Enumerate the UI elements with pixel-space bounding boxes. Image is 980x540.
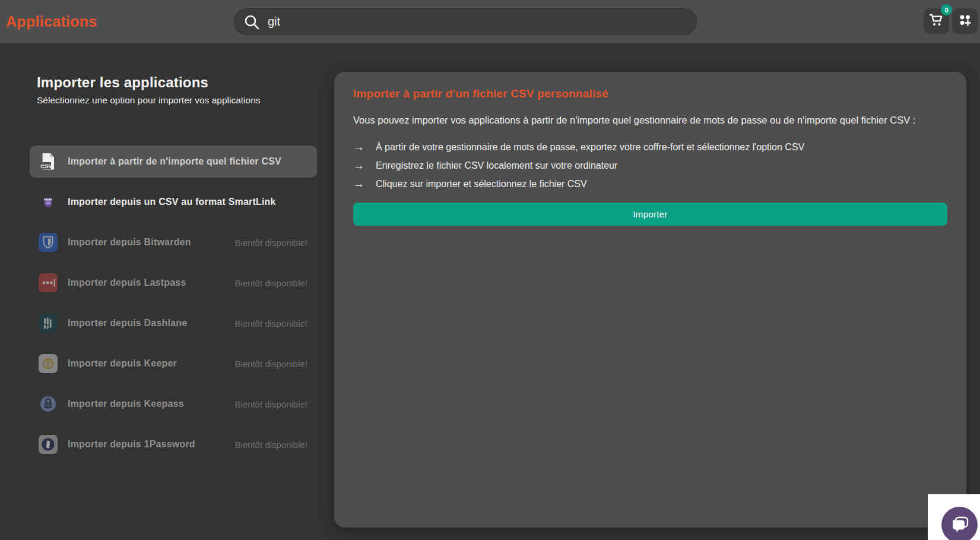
import-section-title: Importer les applications — [37, 74, 208, 91]
import-button[interactable]: Importer — [353, 203, 947, 226]
search-input[interactable] — [268, 15, 687, 29]
import-step-text: À partir de votre gestionnaire de mots d… — [376, 138, 804, 156]
import-option-row: Importer depuis Keeper Bientôt disponibl… — [30, 348, 317, 380]
dashlane-icon — [38, 313, 58, 333]
lastpass-icon — [38, 273, 58, 293]
smartlink-icon — [38, 192, 58, 212]
coming-soon-badge: Bientôt disponible! — [234, 399, 307, 409]
import-steps-list: →À partir de votre gestionnaire de mots … — [353, 138, 947, 193]
import-option-label: Importer depuis Keepass — [68, 399, 184, 409]
onepassword-icon — [38, 434, 58, 454]
import-option-row: Importer depuis Dashlane Bientôt disponi… — [30, 307, 317, 339]
arrow-right-icon: → — [353, 138, 376, 156]
import-option-row: Importer depuis Bitwarden Bientôt dispon… — [30, 226, 317, 258]
import-option-row: Importer depuis Lastpass Bientôt disponi… — [30, 267, 317, 299]
import-option-label: Importer depuis Lastpass — [68, 277, 186, 288]
import-option-label: Importer depuis 1Password — [68, 439, 195, 450]
cart-icon — [928, 12, 944, 30]
import-step: →Enregistrez le fichier CSV localement s… — [353, 156, 947, 175]
csv-file-icon: CSV — [38, 151, 58, 172]
search-icon — [243, 14, 260, 30]
chat-bubbles-icon — [949, 513, 971, 538]
chat-launcher-button[interactable] — [941, 507, 978, 540]
card-description: Vous pouvez importer vos applications à … — [353, 112, 947, 128]
search-bar[interactable] — [234, 8, 697, 35]
import-step-text: Cliquez sur importer et sélectionnez le … — [376, 175, 587, 193]
coming-soon-badge: Bientôt disponible! — [234, 238, 307, 248]
coming-soon-badge: Bientôt disponible! — [234, 318, 307, 329]
import-option-row[interactable]: Importer depuis un CSV au format SmartLi… — [30, 186, 317, 218]
import-applications-page: Applications 0 Importer les applications… — [0, 0, 980, 540]
bitwarden-icon — [38, 232, 58, 252]
import-option-row: Importer depuis Keepass Bientôt disponib… — [30, 388, 317, 420]
import-option-label: Importer depuis Bitwarden — [68, 237, 191, 248]
topbar: Applications 0 — [0, 0, 980, 43]
keepass-icon — [38, 394, 58, 414]
chat-widget-container — [928, 494, 980, 540]
import-section-subtitle: Sélectionnez une option pour importer vo… — [37, 95, 261, 106]
cart-count-badge: 0 — [941, 4, 952, 15]
import-option-label: Importer à partir de n'importe quel fich… — [68, 156, 281, 167]
coming-soon-badge: Bientôt disponible! — [234, 278, 307, 288]
import-step: →À partir de votre gestionnaire de mots … — [353, 138, 947, 156]
cart-button[interactable]: 0 — [924, 8, 949, 34]
import-step: →Cliquez sur importer et sélectionnez le… — [353, 175, 947, 193]
keeper-icon — [38, 353, 58, 374]
import-options-list: CSV Importer à partir de n'importe quel … — [30, 146, 317, 469]
coming-soon-badge: Bientôt disponible! — [234, 359, 307, 369]
apps-grid-add-icon — [957, 12, 973, 30]
import-option-row: Importer depuis 1Password Bientôt dispon… — [30, 428, 317, 460]
arrow-right-icon: → — [353, 156, 376, 175]
page-title: Applications — [6, 0, 97, 43]
import-option-row[interactable]: CSV Importer à partir de n'importe quel … — [30, 146, 317, 178]
arrow-right-icon: → — [353, 175, 376, 193]
import-option-label: Importer depuis un CSV au format SmartLi… — [68, 197, 276, 207]
import-option-label: Importer depuis Keeper — [68, 358, 177, 369]
svg-text:CSV: CSV — [41, 163, 53, 169]
coming-soon-badge: Bientôt disponible! — [234, 440, 307, 450]
add-apps-button[interactable] — [952, 8, 978, 34]
csv-import-card: Importer à partir d'un fichier CSV perso… — [334, 72, 966, 528]
import-option-label: Importer depuis Dashlane — [68, 318, 187, 329]
card-title: Importer à partir d'un fichier CSV perso… — [353, 87, 947, 100]
import-step-text: Enregistrez le fichier CSV localement su… — [376, 156, 617, 175]
